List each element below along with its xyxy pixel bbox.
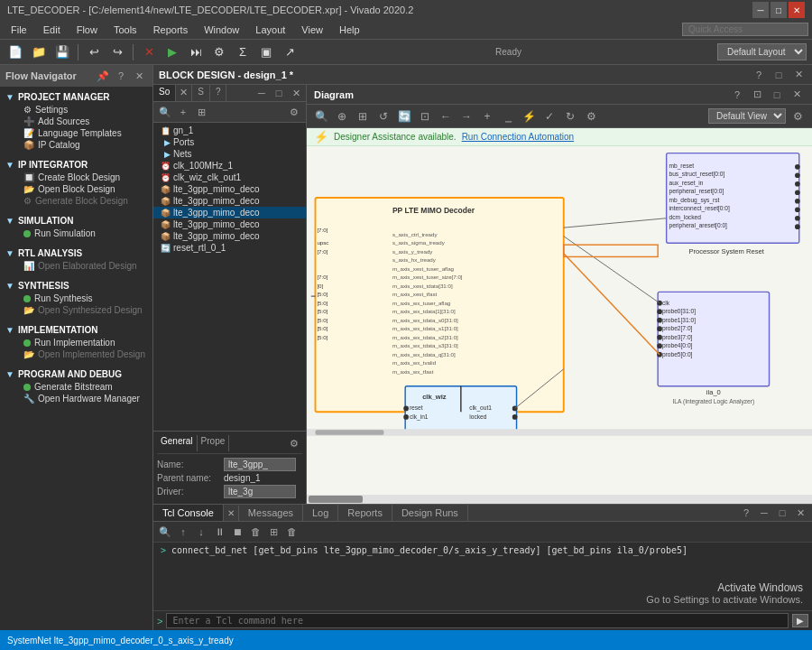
diag-next[interactable]: → [457,107,475,125]
nav-section-synth-title[interactable]: ▼ SYNTHESIS [5,279,147,292]
design-help[interactable]: ? [751,67,767,83]
nav-create-block[interactable]: 🔲Create Block Design [9,172,147,183]
src-item-ports[interactable]: ▶Ports [153,136,306,148]
nav-open-synth[interactable]: 📂Open Synthesized Design [9,304,147,316]
src-item-0[interactable]: 📋gn_1 [153,125,306,136]
diag-zoom-in[interactable]: ⊕ [333,107,351,125]
bottom-min[interactable]: ─ [756,505,772,521]
src-item-5[interactable]: 📦lte_3gpp_mimo_deco [153,207,306,218]
design-max[interactable]: □ [770,67,787,83]
block-diagram-canvas[interactable]: Processor System Reset mb_reset bus_stru… [307,146,812,495]
tcl-input[interactable] [166,613,789,628]
menu-help[interactable]: Help [332,23,367,37]
diagram-hscrollbar-thumb[interactable] [309,496,363,503]
open-button[interactable]: 📁 [29,42,49,62]
src-hier[interactable]: ⊞ [193,104,209,120]
tab-close-tcl[interactable]: ✕ [224,506,239,521]
nav-language-templates[interactable]: 📝Language Templates [9,127,147,139]
tcl-submit[interactable]: ▶ [792,614,808,627]
tcl-down[interactable]: ↓ [193,524,209,540]
nav-open-hw[interactable]: 🔧Open Hardware Manager [9,393,147,404]
maximize-button[interactable]: □ [770,2,787,18]
nav-add-sources[interactable]: ➕Add Sources [9,116,147,127]
nav-run-synth[interactable]: Run Synthesis [9,292,147,304]
redo-button[interactable]: ↪ [107,42,127,62]
diag-prev[interactable]: ← [437,107,455,125]
menu-window[interactable]: Window [197,23,246,37]
src-item-2[interactable]: ⏰clk_wiz_clk_out1 [153,172,306,183]
tcl-search[interactable]: 🔍 [157,524,173,540]
close-button[interactable]: ✕ [789,2,805,18]
minimize-button[interactable]: ─ [752,2,769,18]
menu-view[interactable]: View [294,23,330,37]
nav-generate-block[interactable]: ⚙Generate Block Design [9,195,147,207]
prop-tab-props[interactable]: Prope [198,435,230,451]
tcl-up[interactable]: ↑ [175,524,191,540]
bottom-max[interactable]: □ [774,505,790,521]
diag-help[interactable]: ? [729,87,745,103]
menu-tools[interactable]: Tools [106,23,144,37]
impl-button[interactable]: Σ [233,42,253,62]
new-button[interactable]: 📄 [5,42,25,62]
src-item-4[interactable]: 📦lte_3gpp_mimo_deco [153,195,306,207]
menu-edit[interactable]: Edit [36,23,68,37]
bottom-close[interactable]: ✕ [792,505,808,521]
design-close[interactable]: ✕ [790,67,807,83]
tab-help[interactable]: ? [210,85,227,101]
diag-close[interactable]: ✕ [789,87,805,103]
flow-nav-close[interactable]: ✕ [131,68,147,84]
diag-zoom-area[interactable]: ⊞ [354,107,372,125]
tab-tcl-console[interactable]: Tcl Console [153,505,224,521]
tcl-grid[interactable]: ⊞ [265,524,281,540]
tab-design-runs[interactable]: Design Runs [392,505,468,521]
stop-button[interactable]: ✕ [139,42,159,62]
diagram-hscrollbar[interactable] [307,495,812,504]
diag-add[interactable]: + [478,107,496,125]
step-button[interactable]: ⏭ [186,42,206,62]
diag-refresh[interactable]: 🔄 [395,107,413,125]
nav-run-impl[interactable]: Run Implementation [9,337,147,348]
src-item-7[interactable]: 📦lte_3gpp_mimo_deco [153,230,306,242]
save-button[interactable]: 💾 [52,42,72,62]
diag-view-settings[interactable]: ⚙ [789,107,807,125]
diag-conn[interactable]: ⎯ [499,107,517,125]
src-settings[interactable]: ⚙ [286,104,302,120]
src-item-nets[interactable]: ▶Nets [153,148,306,160]
nav-gen-bitstream[interactable]: Generate Bitstream [9,381,147,393]
bit-button[interactable]: ▣ [256,42,276,62]
quick-access-search[interactable] [682,23,808,36]
tab-reports[interactable]: Reports [338,505,392,521]
tcl-trash[interactable]: 🗑 [283,524,300,540]
menu-layout[interactable]: Layout [248,23,292,37]
prog-button[interactable]: ↗ [280,42,300,62]
src-item-8[interactable]: 🔄reset_rtl_0_1 [153,242,306,254]
prop-name-input[interactable] [224,458,296,471]
prop-driver-input[interactable] [224,485,296,498]
bottom-help[interactable]: ? [738,505,754,521]
src-panel-min[interactable]: ─ [254,85,270,101]
nav-open-elab[interactable]: 📊Open Elaborated Design [9,260,147,272]
menu-reports[interactable]: Reports [146,23,196,37]
layout-select[interactable]: Default Layout [717,43,807,60]
diag-regen[interactable]: ↻ [561,107,579,125]
diag-settings[interactable]: ⚙ [582,107,600,125]
nav-run-sim[interactable]: Run Simulation [9,228,147,239]
src-panel-max[interactable]: □ [271,85,287,101]
flow-nav-pin[interactable]: 📌 [95,68,111,84]
src-search[interactable]: 🔍 [157,104,173,120]
nav-section-rtl-title[interactable]: ▼ RTL ANALYSIS [5,246,147,260]
menu-file[interactable]: File [4,23,34,37]
diag-validate[interactable]: ✓ [540,107,558,125]
menu-flow[interactable]: Flow [69,23,105,37]
run-button[interactable]: ▶ [162,42,182,62]
diag-zoom-out[interactable]: ↺ [374,107,392,125]
nav-open-impl[interactable]: 📂Open Implemented Design [9,348,147,360]
diag-auto[interactable]: ⚡ [520,107,538,125]
src-item-6[interactable]: 📦lte_3gpp_mimo_deco [153,218,306,230]
nav-section-ip-title[interactable]: ▼ IP INTEGRATOR [5,158,147,172]
nav-section-project-title[interactable]: ▼ PROJECT MANAGER [5,90,147,104]
diag-view-select[interactable]: Default View [708,108,786,124]
tab-messages[interactable]: Messages [239,505,303,521]
tcl-stop[interactable]: ⏹ [229,524,245,540]
flow-nav-help[interactable]: ? [113,68,129,84]
